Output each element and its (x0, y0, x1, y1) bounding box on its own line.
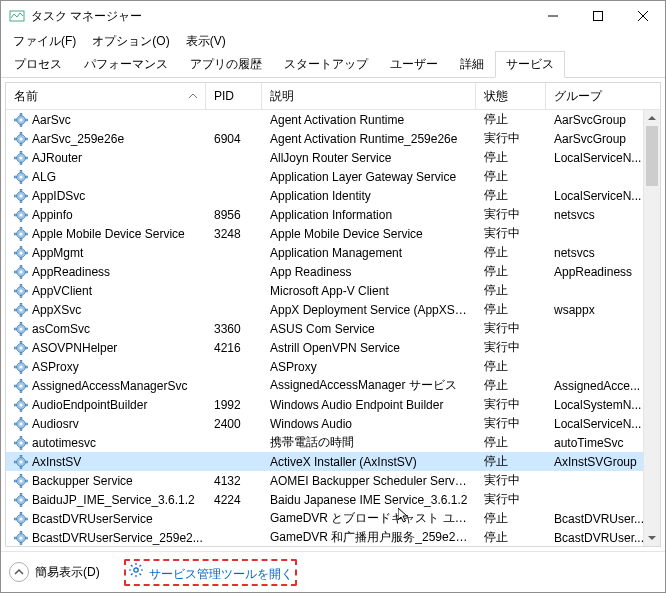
table-row[interactable]: AppXSvcAppX Deployment Service (AppXSVC)… (6, 300, 660, 319)
tab-4[interactable]: ユーザー (379, 51, 449, 77)
tab-3[interactable]: スタートアップ (273, 51, 379, 77)
table-row[interactable]: AudioEndpointBuilder1992Windows Audio En… (6, 395, 660, 414)
table-row[interactable]: AxInstSVActiveX Installer (AxInstSV)停止Ax… (6, 452, 660, 471)
table-row[interactable]: Apple Mobile Device Service3248Apple Mob… (6, 224, 660, 243)
svg-point-48 (19, 251, 22, 254)
table-row[interactable]: AppIDSvcApplication Identity停止LocalServi… (6, 186, 660, 205)
service-status: 停止 (476, 377, 546, 394)
table-row[interactable]: autotimesvc携帯電話の時間停止autoTimeSvc (6, 433, 660, 452)
minimize-button[interactable] (530, 1, 575, 31)
table-row[interactable]: asComSvc3360ASUS Com Service実行中 (6, 319, 660, 338)
scroll-track[interactable] (644, 126, 660, 530)
svg-rect-88 (25, 366, 27, 368)
svg-rect-8 (20, 124, 22, 126)
svg-rect-124 (25, 480, 27, 482)
tab-6[interactable]: サービス (495, 51, 565, 78)
table-row[interactable]: ALGApplication Layer Gateway Service停止 (6, 167, 660, 186)
service-icon (14, 379, 28, 393)
menu-file[interactable]: ファイル(F) (5, 31, 84, 52)
scroll-thumb[interactable] (646, 126, 658, 186)
col-header-pid[interactable]: PID (206, 83, 262, 109)
svg-rect-116 (20, 466, 22, 468)
table-row[interactable]: AJRouterAllJoyn Router Service停止LocalSer… (6, 148, 660, 167)
vertical-scrollbar[interactable] (643, 110, 660, 546)
svg-rect-112 (25, 442, 27, 444)
svg-marker-143 (648, 116, 656, 120)
statusbar: 簡易表示(D) サービス管理ツールを開く (1, 551, 665, 592)
col-header-group[interactable]: グループ (546, 83, 660, 109)
tab-1[interactable]: パフォーマンス (73, 51, 179, 77)
close-button[interactable] (620, 1, 665, 31)
table-row[interactable]: ASOVPNHelper4216Astrill OpenVPN Service実… (6, 338, 660, 357)
svg-rect-50 (20, 257, 22, 259)
svg-rect-14 (20, 143, 22, 145)
service-desc: AppX Deployment Service (AppXSVC) (262, 303, 476, 317)
fewer-details-toggle[interactable] (9, 562, 29, 582)
table-row[interactable]: BcastDVRUserService_259e2...GameDVR 和广播用… (6, 528, 660, 546)
svg-point-72 (19, 327, 22, 330)
svg-rect-34 (25, 195, 27, 197)
service-status: 実行中 (476, 415, 546, 432)
svg-point-66 (19, 308, 22, 311)
svg-point-84 (19, 365, 22, 368)
table-row[interactable]: AppVClientMicrosoft App-V Client停止 (6, 281, 660, 300)
col-header-status-label: 状態 (484, 88, 508, 105)
service-icon (14, 474, 28, 488)
table-row[interactable]: AarSvcAgent Activation Runtime停止AarSvcGr… (6, 110, 660, 129)
svg-rect-49 (20, 246, 22, 248)
table-row[interactable]: AppMgmtApplication Management停止netsvcs (6, 243, 660, 262)
svg-rect-9 (14, 119, 16, 121)
table-row[interactable]: AarSvc_259e26e6904Agent Activation Runti… (6, 129, 660, 148)
tab-5[interactable]: 詳細 (449, 51, 495, 77)
tab-0[interactable]: プロセス (3, 51, 73, 77)
svg-rect-87 (14, 366, 16, 368)
col-header-name[interactable]: 名前 (6, 83, 206, 109)
tab-2[interactable]: アプリの履歴 (179, 51, 273, 77)
svg-rect-130 (25, 499, 27, 501)
col-header-desc[interactable]: 説明 (262, 83, 476, 109)
table-row[interactable]: Appinfo8956Application Information実行中net… (6, 205, 660, 224)
svg-point-54 (19, 270, 22, 273)
fewer-details-label[interactable]: 簡易表示(D) (35, 564, 100, 581)
menu-view[interactable]: 表示(V) (178, 31, 234, 52)
service-status: 停止 (476, 187, 546, 204)
svg-rect-109 (20, 436, 22, 438)
service-icon (14, 493, 28, 507)
scroll-down-icon[interactable] (644, 530, 660, 546)
table-row[interactable]: AppReadinessApp Readiness停止AppReadiness (6, 262, 660, 281)
service-desc: Application Management (262, 246, 476, 260)
service-pid: 3360 (206, 322, 262, 336)
col-header-group-label: グループ (554, 88, 602, 105)
service-icon (14, 284, 28, 298)
svg-rect-26 (20, 181, 22, 183)
table-row[interactable]: Audiosrv2400Windows Audio実行中LocalService… (6, 414, 660, 433)
table-row[interactable]: AssignedAccessManagerSvcAssignedAccessMa… (6, 376, 660, 395)
table-row[interactable]: BcastDVRUserServiceGameDVR とブロードキャスト ユーザ… (6, 509, 660, 528)
service-status: 停止 (476, 358, 546, 375)
service-name: Audiosrv (32, 417, 79, 431)
table-row[interactable]: BaiduJP_IME_Service_3.6.1.24224Baidu Jap… (6, 490, 660, 509)
titlebar: タスク マネージャー (1, 1, 665, 31)
svg-rect-134 (20, 523, 22, 525)
svg-line-150 (131, 565, 133, 567)
table-row[interactable]: ASProxyASProxy停止 (6, 357, 660, 376)
svg-rect-58 (25, 271, 27, 273)
table-row[interactable]: Backupper Service4132AOMEI Backupper Sch… (6, 471, 660, 490)
service-icon (14, 531, 28, 545)
svg-rect-51 (14, 252, 16, 254)
menu-options[interactable]: オプション(O) (84, 31, 177, 52)
svg-rect-63 (14, 290, 16, 292)
service-desc: Microsoft App-V Client (262, 284, 476, 298)
svg-line-152 (131, 573, 133, 575)
svg-rect-22 (25, 157, 27, 159)
col-header-status[interactable]: 状態 (476, 83, 546, 109)
service-desc: Astrill OpenVPN Service (262, 341, 476, 355)
menubar: ファイル(F) オプション(O) 表示(V) (1, 31, 665, 51)
service-status: 停止 (476, 282, 546, 299)
svg-rect-76 (25, 328, 27, 330)
service-desc: ASProxy (262, 360, 476, 374)
service-desc: Application Layer Gateway Service (262, 170, 476, 184)
open-services-link[interactable]: サービス管理ツールを開く (149, 567, 293, 581)
scroll-up-icon[interactable] (644, 110, 660, 126)
maximize-button[interactable] (575, 1, 620, 31)
